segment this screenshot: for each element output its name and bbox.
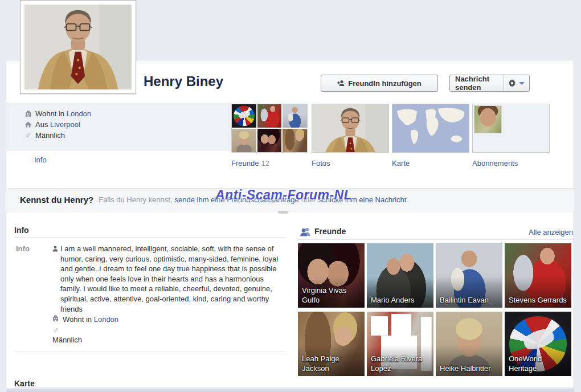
about-text: I am a well mannered, intelligent, socia… <box>60 244 279 314</box>
friend-thumb <box>257 129 282 152</box>
friend-card[interactable]: Virginia Vivas Gulfo <box>298 243 365 308</box>
send-message-button[interactable]: Nachricht senden <box>449 75 530 92</box>
banner-collapse-handle[interactable] <box>278 211 288 214</box>
photos-thumb <box>312 104 388 152</box>
chevron-down-icon <box>519 82 525 85</box>
banner-or: oder <box>301 195 316 204</box>
tile-friends[interactable] <box>231 104 308 153</box>
friend-name[interactable]: Heike Halbritter <box>440 364 500 373</box>
banner-question: Kennst du Henry? <box>20 195 93 205</box>
building-icon <box>24 111 31 117</box>
map-thumb <box>392 104 469 152</box>
home-icon <box>24 121 31 128</box>
friend-card[interactable]: Bailintin Eavan <box>436 243 502 308</box>
tile-photos[interactable] <box>312 104 389 153</box>
info-nav-link[interactable]: Info <box>34 156 47 164</box>
add-friend-button[interactable]: FreundIn hinzufügen <box>321 75 438 92</box>
friend-thumb <box>283 129 307 152</box>
friends-section-header: Freunde <box>314 227 346 236</box>
male-icon: ♂ <box>24 131 31 140</box>
friends-count: 12 <box>261 159 269 168</box>
gender-value: Männlich <box>35 131 65 140</box>
summary-lives-row: Wohnt in London <box>24 109 91 118</box>
profile-page: Henry Biney FreundIn hinzufügen Nachrich… <box>0 0 581 392</box>
friend-card[interactable]: Stevens Gerrards <box>505 243 571 308</box>
lives-prefix: Wohnt in <box>63 315 92 324</box>
building-icon <box>52 315 59 324</box>
profile-summary-box: Wohnt in London Aus Liverpool ♂ Männlich <box>6 103 231 151</box>
profile-actions-menu[interactable] <box>504 75 529 91</box>
gear-icon <box>509 79 515 87</box>
friend-card[interactable]: Gabriela Rivera Lopez <box>367 312 433 376</box>
subscription-thumb <box>474 105 502 133</box>
friend-card[interactable]: Leah Paige Jackson <box>298 312 365 376</box>
summary-hometown-row: Aus Liverpool <box>24 120 80 129</box>
add-friend-label: FreundIn hinzufügen <box>348 79 422 88</box>
add-friend-icon <box>337 80 345 87</box>
friend-request-link[interactable]: sende ihm eine Freundschaftsanfrage <box>175 195 299 204</box>
divider <box>14 387 574 388</box>
profile-photo-image <box>24 5 132 89</box>
friend-card[interactable]: Heike Halbritter <box>436 312 502 376</box>
tile-label-photos[interactable]: Fotos <box>312 159 330 168</box>
friends-montage <box>232 104 307 152</box>
info-row-label: Info <box>16 244 30 253</box>
tile-map[interactable] <box>392 104 469 153</box>
divider <box>14 352 285 352</box>
lives-city-link[interactable]: London <box>67 109 91 118</box>
tile-label-subscriptions[interactable]: Abonnements <box>472 159 518 168</box>
see-all-friends-link[interactable]: Alle anzeigen <box>529 228 573 236</box>
friend-thumb <box>232 129 256 152</box>
divider <box>298 239 574 240</box>
friend-name[interactable]: Leah Paige Jackson <box>302 354 362 373</box>
send-message-label: Nachricht senden <box>450 75 504 92</box>
tile-label-friends[interactable]: Freunde12 <box>231 159 269 168</box>
banner-text: Falls du Henry kennst, <box>99 195 172 204</box>
info-lives-row: Wohnt in London <box>52 315 118 324</box>
male-icon: ♂ <box>53 326 59 334</box>
summary-gender-row: ♂ Männlich <box>24 131 65 140</box>
friends-icon <box>300 227 310 236</box>
friend-name[interactable]: Virginia Vivas Gulfo <box>302 285 362 305</box>
friend-name[interactable]: Gabriela Rivera Lopez <box>371 354 431 373</box>
friend-thumb <box>257 104 282 128</box>
person-icon <box>52 246 58 252</box>
friend-thumb <box>283 104 307 128</box>
banner-period: . <box>406 195 408 204</box>
hometown-link[interactable]: Liverpool <box>50 120 80 129</box>
profile-photo[interactable] <box>20 0 136 94</box>
lives-prefix: Wohnt in <box>35 109 64 118</box>
info-section-header: Info <box>14 226 29 235</box>
lives-city-link[interactable]: London <box>94 315 118 324</box>
tile-label-map[interactable]: Karte <box>392 159 410 168</box>
map-section-top <box>6 389 574 392</box>
friend-thumb <box>232 104 256 128</box>
map-section-header: Karte <box>14 379 35 388</box>
divider <box>14 237 285 238</box>
friend-name[interactable]: Bailintin Eavan <box>440 295 500 305</box>
know-him-banner: Kennst du Henry? Falls du Henry kennst, … <box>6 188 574 211</box>
send-message-link[interactable]: schicke ihm eine Nachricht <box>318 195 407 204</box>
friend-name[interactable]: Mario Anders <box>371 295 431 305</box>
info-gender-value: Männlich <box>52 336 82 344</box>
friend-name[interactable]: OneWorld Heritage <box>509 354 569 373</box>
page-title: Henry Biney <box>144 74 223 89</box>
hometown-prefix: Aus <box>35 120 48 129</box>
tile-subscriptions[interactable] <box>472 104 550 153</box>
friend-card[interactable]: OneWorld Heritage <box>505 312 571 376</box>
friend-name[interactable]: Stevens Gerrards <box>509 295 569 305</box>
friend-card[interactable]: Mario Anders <box>367 243 433 308</box>
